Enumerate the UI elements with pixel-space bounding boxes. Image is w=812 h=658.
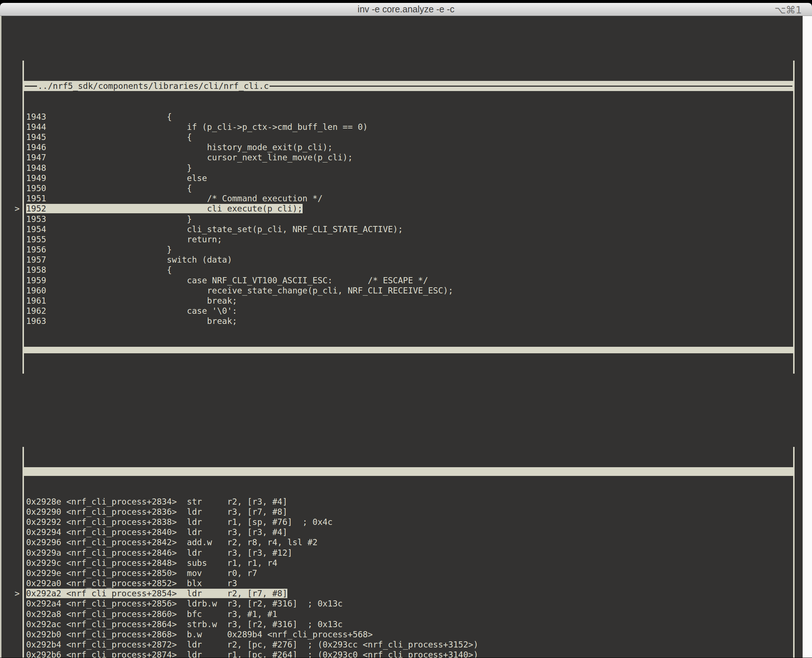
- source-line: 1957 switch (data): [24, 255, 793, 265]
- gutter-cell: [2, 214, 20, 224]
- current-line-marker: >: [2, 204, 20, 214]
- source-line: 1955 return;: [24, 234, 793, 244]
- asm-line: 0x292b6 <nrf_cli_process+2874> ldr r1, […: [24, 650, 793, 658]
- asm-line: 0x292ac <nrf_cli_process+2864> strb.w r3…: [24, 619, 793, 629]
- gutter-cell: [2, 578, 20, 588]
- scrollbar-track[interactable]: [803, 16, 812, 658]
- gutter-cell: [2, 112, 20, 122]
- asm-line: 0x29296 <nrf_cli_process+2842> add.w r2,…: [24, 537, 793, 547]
- gutter-cell: [2, 527, 20, 537]
- source-line: 1944 if (p_cli->p_ctx->cmd_buff_len == 0…: [24, 122, 793, 132]
- gutter-cell: [2, 306, 20, 316]
- gutter-cell: [2, 132, 20, 142]
- asm-line: 0x2929c <nrf_cli_process+2848> subs r1, …: [24, 558, 793, 568]
- gutter-cell: [2, 639, 20, 650]
- gutter-cell: [2, 598, 20, 609]
- source-window-titlebar: ../nrf5_sdk/components/libraries/cli/nrf…: [24, 81, 793, 91]
- gutter-cell: [2, 183, 20, 193]
- asm-line: 0x29290 <nrf_cli_process+2836> ldr r3, […: [24, 507, 793, 517]
- gutter-cell: [2, 296, 20, 306]
- gutter-cell: [2, 285, 20, 296]
- source-line: 1961 break;: [24, 296, 793, 306]
- source-line: 1952 cli_execute(p_cli);: [24, 204, 793, 214]
- gutter-cell: [2, 142, 20, 152]
- source-window: ../nrf5_sdk/components/libraries/cli/nrf…: [22, 61, 795, 374]
- source-line: 1946 history_mode_exit(p_cli);: [24, 142, 793, 152]
- asm-line: 0x292b0 <nrf_cli_process+2868> b.w 0x289…: [24, 629, 793, 639]
- source-line: 1950 {: [24, 183, 793, 193]
- border-line: [270, 86, 792, 87]
- source-line: 1947 cursor_next_line_move(p_cli);: [24, 152, 793, 163]
- asm-line: 0x29294 <nrf_cli_process+2840> ldr r3, […: [24, 527, 793, 537]
- window-title: inv -e core.analyze -e -c: [358, 4, 455, 14]
- asm-line: 0x2928e <nrf_cli_process+2834> str r2, […: [24, 497, 793, 507]
- source-line: 1956 }: [24, 244, 793, 255]
- gutter-cell: [2, 224, 20, 234]
- gutter-cell: [2, 122, 20, 132]
- gutter-cell: [2, 609, 20, 619]
- titlebar: inv -e core.analyze -e -c ⌥⌘1: [0, 3, 812, 16]
- border-line: [25, 86, 37, 87]
- source-line: 1949 else: [24, 173, 793, 183]
- assembly-window-top-border: [24, 467, 793, 476]
- source-line: 1962 case '\0':: [24, 306, 793, 316]
- source-line: 1963 break;: [24, 316, 793, 326]
- gutter-cell: [2, 497, 20, 507]
- gutter-cell: [2, 275, 20, 285]
- source-line: 1953 }: [24, 214, 793, 224]
- gutter-cell: [2, 650, 20, 658]
- source-line: 1959 case NRF_CLI_VT100_ASCII_ESC: /* ES…: [24, 275, 793, 285]
- asm-line: 0x292a8 <nrf_cli_process+2860> bfc r3, #…: [24, 609, 793, 619]
- gutter-cell: [2, 629, 20, 639]
- asm-line: 0x292a4 <nrf_cli_process+2856> ldrb.w r3…: [24, 598, 793, 609]
- gutter-cell: [2, 316, 20, 326]
- gutter-cell: [2, 558, 20, 568]
- gutter-cell: [2, 507, 20, 517]
- source-line: 1954 cli_state_set(p_cli, NRF_CLI_STATE_…: [24, 224, 793, 234]
- gutter-cell: [2, 548, 20, 558]
- assembly-gutter: >: [2, 447, 22, 658]
- asm-line: 0x29292 <nrf_cli_process+2838> ldr r1, […: [24, 517, 793, 527]
- terminal-screen[interactable]: > ../nrf5_sdk/components/libraries/cli/n…: [0, 16, 812, 658]
- source-panel: > ../nrf5_sdk/components/libraries/cli/n…: [2, 61, 795, 374]
- gutter-cell: [2, 517, 20, 527]
- current-line-marker: >: [2, 588, 20, 598]
- gutter-cell: [2, 568, 20, 578]
- window-shortcut-badge: ⌥⌘1: [774, 4, 802, 16]
- gutter-cell: [2, 244, 20, 255]
- source-line: 1948 }: [24, 163, 793, 173]
- asm-line: 0x292a0 <nrf_cli_process+2852> blx r3: [24, 578, 793, 588]
- gutter-cell: [2, 152, 20, 163]
- gutter-cell: [2, 234, 20, 244]
- window-top-strip: [0, 0, 812, 3]
- source-line: 1943 {: [24, 112, 793, 122]
- asm-line: 0x2929a <nrf_cli_process+2846> ldr r3, […: [24, 548, 793, 558]
- gutter-cell: [2, 193, 20, 204]
- source-gutter: >: [2, 61, 22, 374]
- source-window-bottom-border: [24, 347, 793, 353]
- source-line: 1951 /* Command execution */: [24, 193, 793, 204]
- gutter-cell: [2, 265, 20, 275]
- gutter-cell: [2, 255, 20, 265]
- asm-line: 0x292b4 <nrf_cli_process+2872> ldr r2, […: [24, 639, 793, 650]
- source-line: 1958 {: [24, 265, 793, 275]
- asm-line: 0x292a2 <nrf_cli_process+2854> ldr r2, […: [24, 588, 793, 598]
- asm-line: 0x2929e <nrf_cli_process+2850> mov r0, r…: [24, 568, 793, 578]
- source-line: 1945 {: [24, 132, 793, 142]
- assembly-panel: > 0x2928e <nrf_cli_process+2834> str r2,…: [2, 447, 795, 658]
- gutter-cell: [2, 163, 20, 173]
- gutter-cell: [2, 619, 20, 629]
- assembly-window: 0x2928e <nrf_cli_process+2834> str r2, […: [22, 447, 795, 658]
- gutter-cell: [2, 537, 20, 547]
- gutter-cell: [2, 173, 20, 183]
- source-line: 1960 receive_state_change(p_cli, NRF_CLI…: [24, 285, 793, 296]
- source-file-title: ../nrf5_sdk/components/libraries/cli/nrf…: [37, 81, 270, 91]
